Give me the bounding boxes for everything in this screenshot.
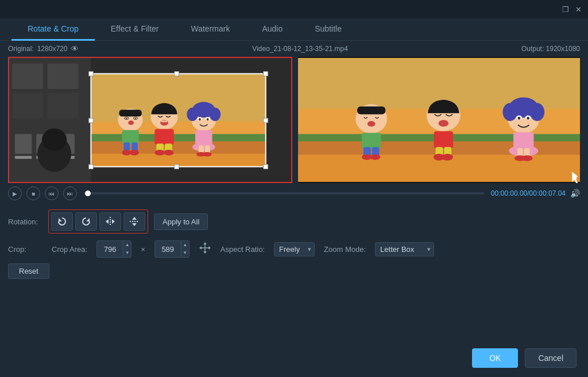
preview-left <box>8 57 292 183</box>
svg-point-80 <box>442 154 453 161</box>
svg-rect-9 <box>15 156 32 159</box>
time-display: 00:00:00.00/00:00:07.04 <box>491 189 566 197</box>
svg-rect-52 <box>88 72 93 76</box>
svg-rect-58 <box>88 118 93 123</box>
seek-bar[interactable] <box>84 192 484 195</box>
svg-rect-57 <box>175 165 179 169</box>
svg-point-40 <box>192 102 215 118</box>
svg-point-94 <box>521 156 533 161</box>
eye-icon[interactable]: 👁 <box>71 44 79 53</box>
tab-effect-filter[interactable]: Effect & Filter <box>95 18 175 41</box>
crop-height-down[interactable]: ▼ <box>181 249 189 257</box>
zoom-mode-select[interactable]: Letter Box Pan & Scan Full <box>375 242 434 256</box>
aspect-ratio-select[interactable]: Freely 16:9 4:3 1:1 <box>274 242 315 256</box>
svg-point-87 <box>517 117 520 120</box>
close-button[interactable]: ✕ <box>573 4 583 14</box>
crop-height-field[interactable] <box>155 243 181 256</box>
svg-rect-5 <box>48 93 79 118</box>
flip-vertical-button[interactable] <box>123 212 145 231</box>
zoom-mode-label: Zoom Mode: <box>324 245 366 254</box>
svg-rect-54 <box>88 165 93 169</box>
output-resolution: 1920x1080 <box>546 45 580 53</box>
tab-watermark[interactable]: Watermark <box>175 18 246 41</box>
play-icon: ▶ <box>13 191 17 197</box>
crop-width-up[interactable]: ▲ <box>123 241 131 249</box>
crop-area-label: Crop Area: <box>52 245 87 254</box>
reset-row: Reset <box>8 263 580 279</box>
reset-button[interactable]: Reset <box>8 263 49 279</box>
tab-bar: Rotate & Crop Effect & Filter Watermark … <box>0 18 588 41</box>
svg-rect-56 <box>175 72 179 76</box>
volume-button[interactable]: 🔊 <box>570 189 580 198</box>
svg-point-36 <box>164 150 174 156</box>
crop-width-input[interactable]: ▲ ▼ <box>96 240 131 258</box>
playback-controls: ▶ ■ ⏮ ⏭ 00:00:00.00/00:00:07.04 🔊 <box>0 183 588 204</box>
svg-rect-31 <box>161 121 167 122</box>
apply-all-button[interactable]: Apply to All <box>154 213 208 230</box>
svg-rect-53 <box>264 72 268 76</box>
crop-center-button[interactable] <box>199 242 211 257</box>
zoom-mode-wrapper: Letter Box Pan & Scan Full <box>375 242 434 256</box>
next-button[interactable]: ⏭ <box>63 186 77 200</box>
rotation-row: Rotation: <box>8 209 580 234</box>
cancel-button[interactable]: Cancel <box>525 348 577 368</box>
tab-subtitle[interactable]: Subtitle <box>299 18 358 41</box>
crop-row: Crop: Crop Area: ▲ ▼ × ▲ ▼ <box>8 240 580 258</box>
svg-rect-76 <box>434 131 453 148</box>
svg-point-27 <box>122 150 131 156</box>
video-info-bar: Original: 1280x720 👁 Video_21-08-12_13-3… <box>0 41 588 57</box>
seek-thumb[interactable] <box>85 191 91 196</box>
time-current: 00:00:00.00 <box>491 189 527 197</box>
rotate-cw-button[interactable] <box>75 212 97 231</box>
ok-button[interactable]: OK <box>472 348 518 368</box>
original-info: Original: 1280x720 👁 <box>8 44 79 53</box>
left-scene <box>9 58 291 182</box>
rotation-label: Rotation: <box>8 217 42 226</box>
svg-point-68 <box>368 121 376 127</box>
svg-point-88 <box>527 117 529 120</box>
crop-width-field[interactable] <box>97 243 123 256</box>
svg-point-90 <box>509 145 538 157</box>
svg-point-44 <box>207 118 209 121</box>
svg-point-13 <box>42 129 67 151</box>
svg-rect-2 <box>12 64 43 89</box>
original-resolution: 1280x720 <box>37 45 68 53</box>
tab-audio[interactable]: Audio <box>246 18 299 41</box>
crop-separator: × <box>141 245 145 254</box>
svg-point-28 <box>130 150 139 156</box>
restore-button[interactable]: ❐ <box>560 4 571 14</box>
svg-marker-97 <box>86 218 90 221</box>
svg-rect-4 <box>12 93 43 118</box>
stop-button[interactable]: ■ <box>26 186 40 200</box>
aspect-ratio-label: Aspect Ratio: <box>220 245 265 254</box>
svg-point-50 <box>203 152 212 157</box>
svg-marker-96 <box>59 218 62 221</box>
svg-rect-15 <box>91 73 265 121</box>
preview-right <box>298 57 580 183</box>
svg-marker-100 <box>112 219 115 224</box>
rotate-ccw-button[interactable] <box>51 212 73 231</box>
svg-marker-102 <box>132 217 137 220</box>
flip-horizontal-button[interactable] <box>99 212 121 231</box>
crop-height-spinners: ▲ ▼ <box>181 241 189 257</box>
tab-rotate-crop[interactable]: Rotate & Crop <box>11 18 95 41</box>
crop-width-spinners: ▲ ▼ <box>123 241 131 257</box>
svg-rect-24 <box>122 130 138 145</box>
crop-width-down[interactable]: ▼ <box>123 249 131 257</box>
svg-marker-99 <box>106 219 109 224</box>
crop-height-up[interactable]: ▲ <box>181 241 189 249</box>
svg-rect-17 <box>91 141 265 154</box>
prev-button[interactable]: ⏮ <box>45 186 59 200</box>
bottom-bar: OK Cancel <box>472 348 577 368</box>
prev-icon: ⏮ <box>49 191 55 197</box>
time-total: 00:00:07.04 <box>529 189 566 197</box>
svg-rect-67 <box>357 106 385 114</box>
svg-marker-103 <box>132 223 137 226</box>
crop-height-input[interactable]: ▲ ▼ <box>154 240 189 258</box>
video-area <box>0 57 588 183</box>
svg-point-35 <box>154 150 165 156</box>
play-button[interactable]: ▶ <box>8 186 22 200</box>
svg-marker-107 <box>203 251 207 254</box>
svg-marker-109 <box>208 246 211 250</box>
stop-icon: ■ <box>32 191 35 197</box>
